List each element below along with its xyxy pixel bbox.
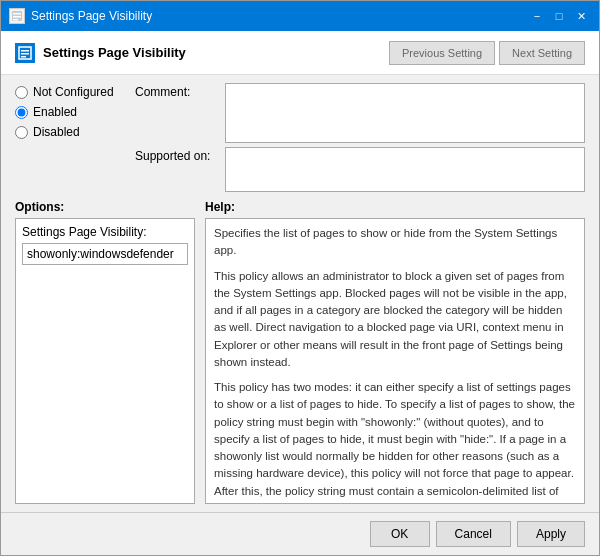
radio-disabled[interactable]: Disabled — [15, 125, 125, 139]
radio-enabled-label: Enabled — [33, 105, 77, 119]
window-icon — [9, 8, 25, 24]
top-section: Not Configured Enabled Disabled Comment: — [15, 83, 585, 192]
svg-rect-6 — [21, 53, 29, 55]
options-panel: Options: Settings Page Visibility: // Se… — [15, 200, 195, 504]
header-buttons: Previous Setting Next Setting — [389, 41, 585, 65]
svg-rect-1 — [13, 13, 21, 15]
window-title: Settings Page Visibility — [31, 9, 527, 23]
help-paragraph-1: Specifies the list of pages to show or h… — [214, 225, 576, 260]
content-header: Settings Page Visibility Previous Settin… — [1, 31, 599, 75]
radio-enabled[interactable]: Enabled — [15, 105, 125, 119]
minimize-button[interactable]: − — [527, 7, 547, 25]
ok-button[interactable]: OK — [370, 521, 430, 547]
main-window: Settings Page Visibility − □ ✕ Settings … — [0, 0, 600, 556]
header-icon — [15, 43, 35, 63]
main-area: Not Configured Enabled Disabled Comment: — [1, 75, 599, 512]
comment-supported-section: Comment: Supported on: — [135, 83, 585, 192]
radio-not-configured[interactable]: Not Configured — [15, 85, 125, 99]
previous-setting-button[interactable]: Previous Setting — [389, 41, 495, 65]
radio-group: Not Configured Enabled Disabled — [15, 83, 125, 192]
radio-disabled-input[interactable] — [15, 126, 28, 139]
cancel-button[interactable]: Cancel — [436, 521, 511, 547]
supported-label: Supported on: — [135, 147, 225, 192]
visibility-option-label: Settings Page Visibility: — [22, 225, 188, 239]
svg-rect-2 — [13, 16, 21, 18]
svg-rect-7 — [21, 56, 26, 58]
help-panel: Help: Specifies the list of pages to sho… — [205, 200, 585, 504]
options-inner: Settings Page Visibility: // Set value a… — [15, 218, 195, 504]
radio-enabled-input[interactable] — [15, 106, 28, 119]
apply-button[interactable]: Apply — [517, 521, 585, 547]
help-text: Specifies the list of pages to show or h… — [205, 218, 585, 504]
options-header: Options: — [15, 200, 195, 214]
supported-block: Supported on: — [135, 147, 585, 192]
radio-not-configured-input[interactable] — [15, 86, 28, 99]
options-help-section: Options: Settings Page Visibility: // Se… — [15, 200, 585, 504]
svg-rect-5 — [21, 50, 29, 52]
help-header: Help: — [205, 200, 585, 214]
svg-rect-3 — [13, 19, 18, 21]
title-bar: Settings Page Visibility − □ ✕ — [1, 1, 599, 31]
window-controls: − □ ✕ — [527, 7, 591, 25]
help-paragraph-2: This policy allows an administrator to b… — [214, 268, 576, 372]
supported-textarea[interactable] — [225, 147, 585, 192]
radio-disabled-label: Disabled — [33, 125, 80, 139]
bottom-bar: OK Cancel Apply — [1, 512, 599, 555]
next-setting-button[interactable]: Next Setting — [499, 41, 585, 65]
comment-textarea[interactable] — [225, 83, 585, 143]
visibility-input[interactable] — [22, 243, 188, 265]
close-button[interactable]: ✕ — [571, 7, 591, 25]
comment-label: Comment: — [135, 83, 225, 143]
maximize-button[interactable]: □ — [549, 7, 569, 25]
content-title: Settings Page Visibility — [43, 45, 389, 60]
comment-block: Comment: — [135, 83, 585, 143]
radio-not-configured-label: Not Configured — [33, 85, 114, 99]
help-paragraph-3: This policy has two modes: it can either… — [214, 379, 576, 504]
